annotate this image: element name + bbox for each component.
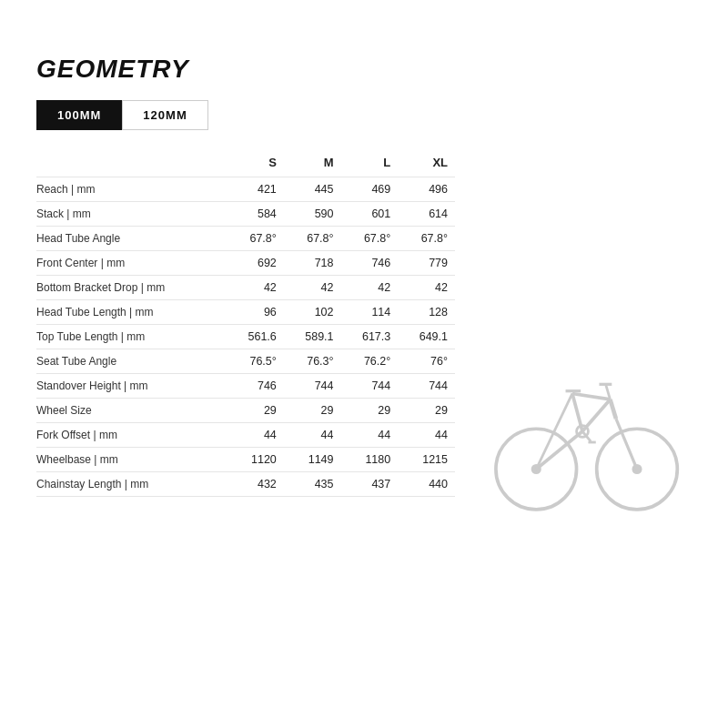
row-2-m: 67.8° <box>284 227 341 251</box>
col-header-xl: XL <box>398 152 455 177</box>
row-6-l: 617.3 <box>341 325 399 349</box>
row-3-m: 718 <box>284 251 341 276</box>
tab-group: 100MM 120MM <box>36 100 346 130</box>
svg-line-8 <box>610 399 615 418</box>
row-9-l: 29 <box>341 399 399 423</box>
row-2-s: 67.8° <box>227 227 284 251</box>
row-0-l: 469 <box>341 177 399 202</box>
table-row: Bottom Bracket Drop | mm42424242 <box>36 276 455 300</box>
row-3-s: 692 <box>227 251 284 276</box>
row-label-2: Head Tube Angle <box>36 227 227 251</box>
row-11-l: 1180 <box>341 448 399 472</box>
geometry-table: S M L XL Reach | mm421445469496Stack | m… <box>36 152 455 497</box>
row-4-s: 42 <box>227 276 284 300</box>
row-0-xl: 496 <box>398 177 455 202</box>
row-12-xl: 440 <box>398 472 455 497</box>
row-6-s: 561.6 <box>227 325 284 349</box>
row-12-m: 435 <box>284 472 341 497</box>
svg-line-9 <box>616 419 637 469</box>
row-7-l: 76.2° <box>341 349 399 374</box>
row-8-m: 744 <box>284 374 341 399</box>
row-5-xl: 128 <box>398 300 455 325</box>
row-label-10: Fork Offset | mm <box>36 423 227 448</box>
table-row: Head Tube Length | mm96102114128 <box>36 300 455 325</box>
row-11-xl: 1215 <box>398 448 455 472</box>
row-label-11: Wheelbase | mm <box>36 448 227 472</box>
row-1-xl: 614 <box>398 202 455 227</box>
row-7-s: 76.5° <box>227 349 284 374</box>
row-label-12: Chainstay Length | mm <box>36 472 227 497</box>
row-1-l: 601 <box>341 202 399 227</box>
row-label-4: Bottom Bracket Drop | mm <box>36 276 227 300</box>
main-content: S M L XL Reach | mm421445469496Stack | m… <box>36 152 692 692</box>
row-8-xl: 744 <box>398 374 455 399</box>
col-header-l: L <box>341 152 399 177</box>
row-8-l: 744 <box>341 374 399 399</box>
row-6-xl: 649.1 <box>398 325 455 349</box>
row-4-m: 42 <box>284 276 341 300</box>
row-5-m: 102 <box>284 300 341 325</box>
page-title: GEOMETRY <box>36 55 692 84</box>
row-4-xl: 42 <box>398 276 455 300</box>
table-row: Fork Offset | mm44444444 <box>36 423 455 448</box>
row-11-m: 1149 <box>284 448 341 472</box>
row-1-m: 590 <box>284 202 341 227</box>
row-label-3: Front Center | mm <box>36 251 227 276</box>
tab-120mm[interactable]: 120MM <box>122 100 207 130</box>
table-row: Stack | mm584590601614 <box>36 202 455 227</box>
col-header-m: M <box>284 152 341 177</box>
table-row: Chainstay Length | mm432435437440 <box>36 472 455 497</box>
row-10-m: 44 <box>284 423 341 448</box>
row-8-s: 746 <box>227 374 284 399</box>
row-label-5: Head Tube Length | mm <box>36 300 227 325</box>
table-row: Wheelbase | mm1120114911801215 <box>36 448 455 472</box>
bike-diagram <box>455 152 692 692</box>
table-row: Wheel Size29292929 <box>36 399 455 423</box>
table-row: Standover Height | mm746744744744 <box>36 374 455 399</box>
row-2-l: 67.8° <box>341 227 399 251</box>
row-label-6: Top Tube Length | mm <box>36 325 227 349</box>
row-7-m: 76.3° <box>284 349 341 374</box>
row-9-xl: 29 <box>398 399 455 423</box>
row-11-s: 1120 <box>227 448 284 472</box>
row-9-m: 29 <box>284 399 341 423</box>
row-0-m: 445 <box>284 177 341 202</box>
row-1-s: 584 <box>227 202 284 227</box>
row-3-xl: 779 <box>398 251 455 276</box>
bike-illustration <box>473 340 692 522</box>
row-9-s: 29 <box>227 399 284 423</box>
row-10-s: 44 <box>227 423 284 448</box>
row-3-l: 746 <box>341 251 399 276</box>
row-6-m: 589.1 <box>284 325 341 349</box>
table-row: Reach | mm421445469496 <box>36 177 455 202</box>
table-row: Head Tube Angle67.8°67.8°67.8°67.8° <box>36 227 455 251</box>
row-12-s: 432 <box>227 472 284 497</box>
row-label-1: Stack | mm <box>36 202 227 227</box>
col-header-label <box>36 152 227 177</box>
tab-100mm[interactable]: 100MM <box>36 100 122 130</box>
svg-line-6 <box>572 393 611 399</box>
row-5-s: 96 <box>227 300 284 325</box>
row-7-xl: 76° <box>398 349 455 374</box>
row-10-l: 44 <box>341 423 399 448</box>
row-label-9: Wheel Size <box>36 399 227 423</box>
row-label-8: Standover Height | mm <box>36 374 227 399</box>
row-10-xl: 44 <box>398 423 455 448</box>
geometry-table-section: S M L XL Reach | mm421445469496Stack | m… <box>36 152 455 692</box>
geometry-page: GEOMETRY 100MM 120MM S M L XL Reach | mm… <box>0 0 728 728</box>
svg-line-10 <box>536 393 572 469</box>
row-12-l: 437 <box>341 472 399 497</box>
table-row: Seat Tube Angle76.5°76.3°76.2°76° <box>36 349 455 374</box>
row-2-xl: 67.8° <box>398 227 455 251</box>
row-4-l: 42 <box>341 276 399 300</box>
table-row: Front Center | mm692718746779 <box>36 251 455 276</box>
row-label-0: Reach | mm <box>36 177 227 202</box>
col-header-s: S <box>227 152 284 177</box>
row-5-l: 114 <box>341 300 399 325</box>
table-row: Top Tube Length | mm561.6589.1617.3649.1 <box>36 325 455 349</box>
row-0-s: 421 <box>227 177 284 202</box>
row-label-7: Seat Tube Angle <box>36 349 227 374</box>
